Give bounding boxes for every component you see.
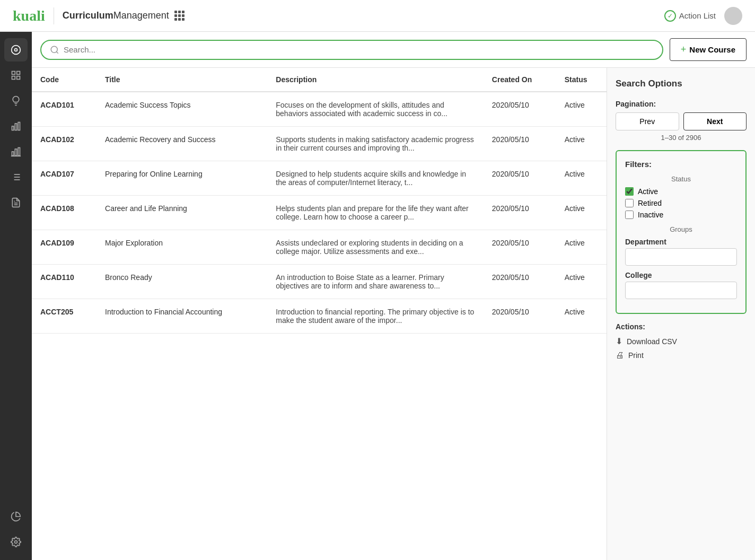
cell-code: ACAD108 xyxy=(32,196,96,230)
department-input[interactable] xyxy=(625,248,737,266)
pagination-buttons: Prev Next xyxy=(616,112,747,130)
cell-title: Major Exploration xyxy=(96,230,267,265)
groups-label: Groups xyxy=(625,225,737,233)
table-header-row: Code Title Description Created On Status xyxy=(32,68,607,92)
svg-rect-3 xyxy=(17,72,20,75)
filters-title: Filters: xyxy=(625,160,737,169)
cell-code: ACAD107 xyxy=(32,161,96,196)
action-label: Download CSV xyxy=(627,337,677,346)
sidebar-item-dashboard[interactable] xyxy=(4,38,28,62)
cell-title: Preparing for Online Learning xyxy=(96,161,267,196)
cell-status: Active xyxy=(556,92,607,127)
status-option-active[interactable]: Active xyxy=(625,187,737,196)
table-row[interactable]: ACAD101 Academic Success Topics Focuses … xyxy=(32,92,607,127)
sidebar-item-analytics[interactable] xyxy=(4,505,28,528)
department-label: Department xyxy=(625,238,737,246)
cell-date: 2020/05/10 xyxy=(484,92,556,127)
cell-desc: Introduction to financial reporting. The… xyxy=(267,299,484,334)
sidebar-item-reports[interactable] xyxy=(4,140,28,163)
svg-rect-4 xyxy=(12,76,15,80)
new-course-button[interactable]: + New Course xyxy=(670,38,747,61)
sidebar-item-settings[interactable] xyxy=(4,530,28,554)
table-row[interactable]: ACAD107 Preparing for Online Learning De… xyxy=(32,161,607,196)
sidebar xyxy=(0,32,32,560)
svg-point-21 xyxy=(15,541,17,544)
checkbox-inactive[interactable] xyxy=(625,211,634,219)
app-title: CurriculumManagement xyxy=(63,10,169,21)
checkbox-retired[interactable] xyxy=(625,199,634,207)
status-option-retired[interactable]: Retired xyxy=(625,199,737,207)
table-row[interactable]: ACAD109 Major Exploration Assists undecl… xyxy=(32,230,607,265)
cell-date: 2020/05/10 xyxy=(484,230,556,265)
search-input[interactable] xyxy=(64,45,654,54)
checkbox-label-inactive: Inactive xyxy=(638,211,663,219)
cell-title: Career and Life Planning xyxy=(96,196,267,230)
svg-rect-5 xyxy=(17,76,20,80)
header-divider xyxy=(54,7,54,24)
svg-rect-10 xyxy=(15,149,16,156)
cell-desc: Focuses on the development of skills, at… xyxy=(267,92,484,127)
cell-status: Active xyxy=(556,265,607,299)
svg-rect-8 xyxy=(18,122,20,130)
new-course-label: New Course xyxy=(689,45,735,54)
action-label: Print xyxy=(628,351,644,360)
sidebar-item-doc[interactable] xyxy=(4,191,28,214)
checkbox-active[interactable] xyxy=(625,187,634,196)
logo[interactable]: kuali xyxy=(13,7,45,24)
courses-table: Code Title Description Created On Status… xyxy=(32,68,607,334)
sidebar-item-bar-chart[interactable] xyxy=(4,115,28,138)
table-area: Code Title Description Created On Status… xyxy=(32,68,607,560)
header: kuali CurriculumManagement ✓ Action List xyxy=(0,0,755,32)
action-list-button[interactable]: ✓ Action List xyxy=(664,10,716,22)
action-items-list: ⬇Download CSV🖨Print xyxy=(616,336,747,360)
checkbox-label-active: Active xyxy=(638,187,658,196)
col-header-code: Code xyxy=(32,68,96,92)
actions-section: Actions: ⬇Download CSV🖨Print xyxy=(616,322,747,364)
next-button[interactable]: Next xyxy=(683,112,747,130)
pagination-label: Pagination: xyxy=(616,100,747,108)
cell-desc: An introduction to Boise State as a lear… xyxy=(267,265,484,299)
app-title-bold: Curriculum xyxy=(63,10,113,21)
action-item-print[interactable]: 🖨Print xyxy=(616,351,747,360)
grid-apps-icon[interactable] xyxy=(174,11,185,21)
cell-title: Bronco Ready xyxy=(96,265,267,299)
app-body: + New Course Code Title Description Crea… xyxy=(0,32,755,560)
checkbox-label-retired: Retired xyxy=(638,199,662,207)
college-label: College xyxy=(625,271,737,279)
user-avatar[interactable] xyxy=(724,7,742,25)
cell-date: 2020/05/10 xyxy=(484,161,556,196)
cell-desc: Designed to help students acquire skills… xyxy=(267,161,484,196)
table-row[interactable]: ACAD108 Career and Life Planning Helps s… xyxy=(32,196,607,230)
actions-title: Actions: xyxy=(616,322,747,331)
cell-date: 2020/05/10 xyxy=(484,196,556,230)
pagination-section: Pagination: Prev Next 1–30 of 2906 xyxy=(616,100,747,142)
app-title-normal: Management xyxy=(113,10,169,21)
cell-code: ACAD110 xyxy=(32,265,96,299)
sidebar-item-courses[interactable] xyxy=(4,64,28,87)
action-icon: 🖨 xyxy=(616,351,624,360)
search-options-title: Search Options xyxy=(616,78,747,89)
cell-code: ACAD109 xyxy=(32,230,96,265)
table-row[interactable]: ACAD102 Academic Recovery and Success Su… xyxy=(32,127,607,161)
table-row[interactable]: ACAD110 Bronco Ready An introduction to … xyxy=(32,265,607,299)
sidebar-item-ideas[interactable] xyxy=(4,89,28,112)
table-row[interactable]: ACCT205 Introduction to Financial Accoun… xyxy=(32,299,607,334)
action-item-download-csv[interactable]: ⬇Download CSV xyxy=(616,336,747,346)
cell-code: ACAD101 xyxy=(32,92,96,127)
cell-code: ACCT205 xyxy=(32,299,96,334)
cell-title: Academic Recovery and Success xyxy=(96,127,267,161)
status-checkboxes: ActiveRetiredInactive xyxy=(625,187,737,219)
search-icon xyxy=(50,45,59,55)
prev-button[interactable]: Prev xyxy=(616,112,679,130)
col-header-description: Description xyxy=(267,68,484,92)
cell-status: Active xyxy=(556,161,607,196)
logo-kuali-text: kuali xyxy=(13,7,45,24)
col-header-created-on: Created On xyxy=(484,68,556,92)
svg-rect-7 xyxy=(15,124,16,130)
sidebar-item-list[interactable] xyxy=(4,165,28,189)
status-option-inactive[interactable]: Inactive xyxy=(625,211,737,219)
cell-status: Active xyxy=(556,230,607,265)
col-header-status: Status xyxy=(556,68,607,92)
right-panel: Search Options Pagination: Prev Next 1–3… xyxy=(607,68,755,560)
college-input[interactable] xyxy=(625,282,737,299)
